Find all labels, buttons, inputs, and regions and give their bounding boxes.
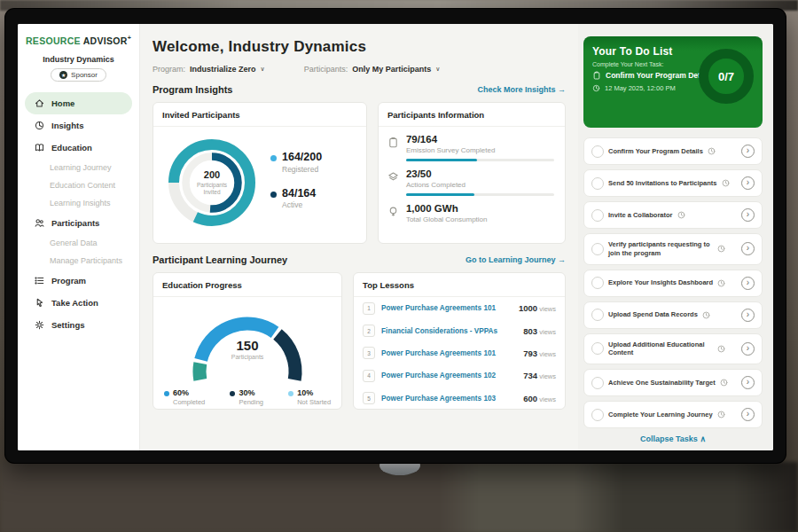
- task-row[interactable]: Confirm Your Program Details ›: [583, 137, 763, 165]
- bulb-icon: [387, 206, 399, 217]
- chevron-down-icon: ∨: [261, 66, 265, 73]
- chevron-right-icon[interactable]: ›: [741, 242, 755, 255]
- task-checkbox[interactable]: [591, 243, 604, 255]
- insights-icon: [34, 120, 45, 131]
- go-to-learning-journey-link[interactable]: Go to Learning Journey →: [466, 255, 566, 264]
- actions-completed-metric: 23/50 Actions Completed: [379, 161, 565, 196]
- education-gauge-chart: 150 Participants: [176, 301, 318, 387]
- todo-summary-card: Your To Do List Complete Your Next Task:…: [583, 36, 763, 128]
- layers-icon: [387, 171, 399, 183]
- sidebar-item-education[interactable]: Education: [25, 137, 132, 159]
- task-checkbox[interactable]: [591, 177, 604, 190]
- sidebar-item-take-action[interactable]: Take Action: [25, 292, 132, 314]
- card-title: Participants Information: [379, 103, 565, 127]
- action-cursor-icon: [34, 297, 45, 309]
- participants-filter[interactable]: Participants: Only My Participants ∨: [304, 65, 441, 74]
- task-row[interactable]: Invite a Collaborator ›: [583, 201, 763, 229]
- sponsor-icon: ★: [59, 71, 67, 79]
- task-row[interactable]: Achieve One Sustainability Target ›: [583, 369, 763, 396]
- chevron-right-icon[interactable]: ›: [741, 145, 755, 158]
- invited-total-label: Participants Invited: [189, 182, 235, 197]
- task-checkbox[interactable]: [591, 409, 604, 421]
- lesson-row[interactable]: 3 Power Purchase Agreements 101 793 view…: [354, 342, 565, 364]
- main-content: Welcome, Industry Dynamics Program: Indu…: [140, 24, 578, 450]
- collapse-tasks-link[interactable]: Collapse Tasks ∧: [583, 434, 763, 443]
- participants-information-card: Participants Information 79/164 Emission…: [378, 102, 566, 244]
- task-row[interactable]: Upload Additional Educational Content ›: [583, 333, 763, 365]
- completed-legend: 60% Completed: [164, 389, 205, 406]
- chevron-right-icon[interactable]: ›: [741, 176, 755, 190]
- lesson-rank: 2: [363, 325, 375, 337]
- sidebar-item-general-data[interactable]: General Data: [18, 234, 139, 252]
- task-row[interactable]: Upload Spend Data Records ›: [583, 301, 763, 329]
- chevron-right-icon[interactable]: ›: [741, 342, 755, 356]
- chevron-down-icon: ∨: [435, 66, 440, 73]
- check-more-insights-link[interactable]: Check More Insights →: [477, 85, 566, 94]
- clock-icon: [717, 411, 725, 419]
- task-checkbox[interactable]: [591, 342, 604, 355]
- sponsor-badge: ★ Sponsor: [51, 68, 106, 82]
- sidebar-item-insights[interactable]: Insights: [25, 114, 132, 137]
- lesson-rank: 5: [363, 392, 375, 404]
- dashboard-screen: RESOURCE ADVISOR+ Industry Dynamics ★ Sp…: [18, 24, 773, 450]
- clock-icon: [592, 84, 600, 92]
- book-icon: [34, 142, 45, 153]
- chevron-right-icon[interactable]: ›: [741, 309, 755, 322]
- sidebar-item-learning-insights[interactable]: Learning Insights: [18, 194, 139, 212]
- task-row[interactable]: Verify participants requesting to join t…: [583, 233, 763, 265]
- task-checkbox[interactable]: [591, 209, 604, 222]
- invited-participants-card: Invited Participants 200 Participants In…: [153, 102, 367, 244]
- task-row[interactable]: Complete Your Learning Journey ›: [583, 401, 763, 428]
- sidebar-item-home[interactable]: Home: [25, 92, 132, 114]
- home-icon: [34, 98, 45, 109]
- chevron-right-icon[interactable]: ›: [741, 208, 755, 222]
- lesson-link[interactable]: Power Purchase Agreements 101: [381, 349, 517, 357]
- chevron-right-icon[interactable]: ›: [741, 376, 755, 389]
- lesson-row[interactable]: 1 Power Purchase Agreements 101 1000 vie…: [354, 297, 565, 319]
- sidebar-item-settings[interactable]: Settings: [25, 314, 132, 336]
- sidebar: RESOURCE ADVISOR+ Industry Dynamics ★ Sp…: [18, 24, 140, 450]
- arrow-right-icon: →: [558, 255, 566, 264]
- clock-icon: [717, 345, 725, 353]
- program-filter[interactable]: Program: Industrialize Zero ∨: [153, 65, 265, 74]
- clock-icon: [720, 379, 728, 387]
- sidebar-item-learning-journey[interactable]: Learning Journey: [18, 159, 139, 176]
- task-checkbox[interactable]: [591, 377, 604, 389]
- clipboard-icon: [387, 137, 399, 148]
- lesson-row[interactable]: 2 Financial Considerations - VPPAs 803 v…: [354, 319, 565, 341]
- gauge-label: Participants: [176, 354, 318, 360]
- lesson-link[interactable]: Power Purchase Agreements 101: [381, 304, 512, 312]
- list-icon: [34, 275, 45, 286]
- sidebar-item-education-content[interactable]: Education Content: [18, 176, 139, 194]
- lesson-link[interactable]: Power Purchase Agreements 103: [381, 395, 517, 403]
- lesson-row[interactable]: 4 Power Purchase Agreements 102 734 view…: [354, 364, 565, 387]
- lesson-rank: 4: [363, 370, 375, 382]
- lesson-link[interactable]: Financial Considerations - VPPAs: [381, 327, 517, 335]
- chevron-right-icon[interactable]: ›: [741, 408, 755, 421]
- task-checkbox[interactable]: [591, 145, 604, 158]
- task-row[interactable]: Send 50 Invitations to Participants ›: [583, 169, 763, 197]
- learning-journey-title: Participant Learning Journey: [153, 254, 287, 265]
- page-title: Welcome, Industry Dynamics: [153, 38, 566, 56]
- arrow-right-icon: →: [558, 85, 566, 94]
- chevron-right-icon[interactable]: ›: [741, 277, 755, 290]
- lesson-row[interactable]: 5 Power Purchase Agreements 103 600 view…: [354, 387, 565, 410]
- clock-icon: [702, 311, 710, 319]
- task-checkbox[interactable]: [591, 277, 604, 289]
- clock-icon: [717, 279, 725, 287]
- consumption-metric: 1,000 GWh Total Global Consumption: [379, 196, 565, 223]
- chevron-up-icon: ∧: [700, 434, 706, 443]
- lesson-link[interactable]: Power Purchase Agreements 102: [381, 372, 517, 379]
- sidebar-item-program[interactable]: Program: [25, 270, 132, 292]
- task-row[interactable]: Explore Your Insights Dashboard ›: [583, 270, 763, 297]
- registered-legend: 164/200 Registered: [270, 152, 322, 174]
- program-insights-title: Program Insights: [153, 84, 232, 95]
- monitor-bezel: RESOURCE ADVISOR+ Industry Dynamics ★ Sp…: [5, 9, 786, 463]
- sidebar-item-participants[interactable]: Participants: [25, 212, 132, 234]
- sidebar-item-manage-participants[interactable]: Manage Participants: [18, 252, 139, 270]
- task-checkbox[interactable]: [591, 309, 604, 321]
- lesson-rank: 1: [363, 302, 375, 315]
- people-icon: [34, 217, 45, 229]
- emission-survey-metric: 79/164 Emission Survey Completed: [379, 127, 565, 161]
- todo-panel: Your To Do List Complete Your Next Task:…: [578, 24, 773, 450]
